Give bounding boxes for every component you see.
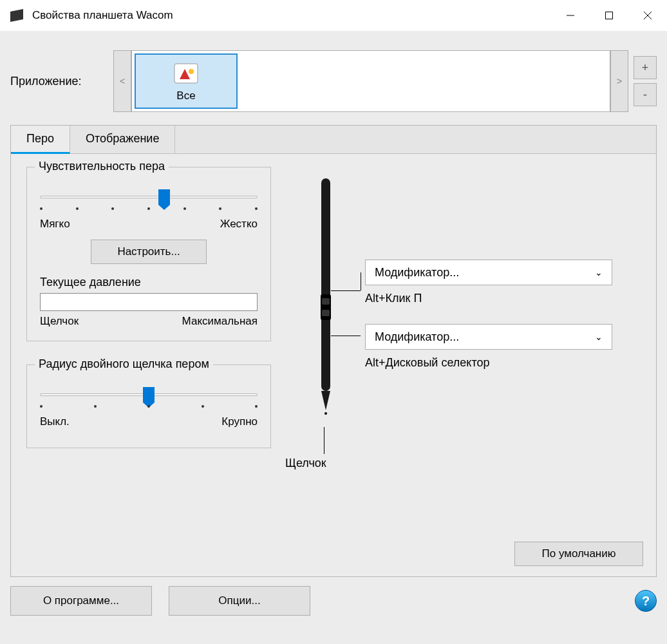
window-controls [551, 0, 667, 31]
dblclick-slider[interactable]: Выкл. Крупно [40, 388, 258, 428]
footer-buttons: О программе... Опции... ? [10, 586, 657, 616]
help-button[interactable]: ? [635, 590, 657, 612]
app-icon [9, 8, 24, 23]
app-remove-button[interactable]: - [634, 83, 657, 106]
application-strip: < Все > [113, 50, 628, 112]
svg-rect-10 [322, 310, 330, 316]
app-scroll-prev[interactable]: < [113, 50, 131, 112]
chevron-down-icon: ⌄ [595, 267, 603, 278]
default-button[interactable]: По умолчанию [514, 542, 643, 566]
svg-rect-9 [322, 298, 330, 305]
svg-marker-0 [10, 9, 23, 22]
pen-tip-connector [324, 427, 324, 454]
svg-rect-7 [321, 178, 330, 391]
app-scroll-next[interactable]: > [610, 50, 628, 112]
svg-rect-2 [606, 12, 613, 19]
main-panel: Перо Отображение Чувствительность пера [10, 125, 657, 577]
options-button[interactable]: Опции... [169, 586, 310, 616]
application-label: Приложение: [10, 75, 113, 88]
tip-feel-group: Чувствительность пера Мягко Жестко [26, 167, 271, 341]
pen-button2-select-label: Модификатор... [375, 330, 459, 344]
pressure-click-label: Щелчок [40, 315, 79, 328]
tip-feel-firm-label: Жестко [220, 218, 258, 231]
dblclick-title: Радиус двойного щелчка пером [35, 357, 213, 371]
pen-button1-select-label: Модификатор... [375, 266, 459, 279]
pen-button1-select[interactable]: Модификатор... ⌄ [365, 260, 612, 285]
window-title: Свойства планшета Wacom [32, 9, 551, 22]
pen-btn1-connector [331, 290, 361, 291]
chevron-down-icon: ⌄ [595, 332, 603, 342]
pressure-max-label: Максимальная [182, 315, 258, 328]
pen-button2-value: Alt+Дисковый селектор [365, 356, 489, 370]
customize-button[interactable]: Настроить... [91, 240, 207, 264]
pen-button2-select[interactable]: Модификатор... ⌄ [365, 324, 612, 350]
tip-feel-slider[interactable]: Мягко Жестко [40, 191, 258, 231]
app-tile-label: Все [176, 90, 195, 102]
close-button[interactable] [628, 0, 667, 31]
pen-image [316, 178, 335, 423]
dblclick-large-label: Крупно [221, 415, 258, 428]
tip-feel-soft-label: Мягко [40, 218, 70, 231]
app-all-icon [172, 60, 200, 88]
svg-point-12 [324, 412, 327, 415]
app-tile-all[interactable]: Все [135, 53, 238, 109]
tab-mapping[interactable]: Отображение [70, 126, 175, 153]
app-add-button[interactable]: + [634, 56, 657, 79]
current-pressure-label: Текущее давление [40, 276, 258, 289]
left-column: Чувствительность пера Мягко Жестко [26, 167, 271, 553]
dblclick-group: Радиус двойного щелчка пером Выкл. Крупн… [26, 365, 271, 448]
dblclick-thumb[interactable] [143, 387, 155, 402]
maximize-button[interactable] [590, 0, 628, 31]
pen-button1-value: Alt+Клик П [365, 292, 422, 305]
app-tile-container: Все [131, 50, 610, 112]
svg-marker-11 [321, 391, 330, 410]
about-button[interactable]: О программе... [10, 586, 152, 616]
tab-strip: Перо Отображение [11, 126, 656, 154]
svg-point-6 [189, 69, 194, 74]
tip-feel-thumb[interactable] [158, 189, 170, 205]
minimize-button[interactable] [551, 0, 590, 31]
titlebar: Свойства планшета Wacom [0, 0, 667, 31]
pen-btn2-connector [331, 336, 361, 336]
tab-content-pen: Чувствительность пера Мягко Жестко [11, 154, 656, 566]
pen-tip-label: Щелчок [285, 457, 326, 470]
content-area: Приложение: < Все > + - Перо Отображение [0, 31, 667, 644]
tab-pen[interactable]: Перо [11, 126, 70, 154]
pen-diagram: Щелчок Модификатор... ⌄ Alt+Клик П Модиф… [284, 167, 641, 553]
dblclick-off-label: Выкл. [40, 415, 70, 428]
tip-feel-title: Чувствительность пера [35, 160, 169, 173]
application-row: Приложение: < Все > + - [10, 50, 657, 112]
current-pressure-bar [40, 293, 258, 311]
app-add-remove: + - [634, 56, 657, 106]
